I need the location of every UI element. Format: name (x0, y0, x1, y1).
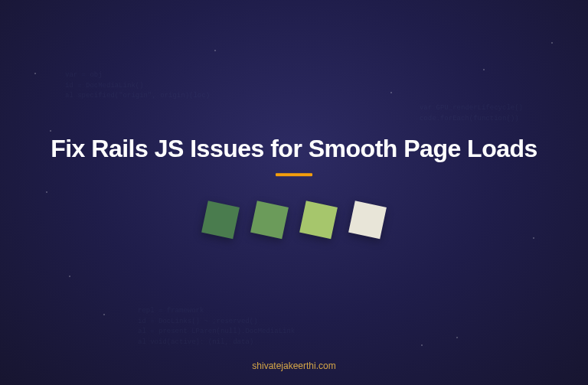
page-title: Fix Rails JS Issues for Smooth Page Load… (31, 133, 557, 164)
bg-particle (103, 314, 105, 315)
bg-particle (34, 73, 36, 74)
bg-particle (551, 42, 553, 44)
background-code-snippet: var = obj id = DocMediaLink() al specifi… (65, 70, 210, 102)
bg-particle (390, 92, 392, 93)
background-code-snippet: var GPU_renderLifecycle() code.forEach(f… (420, 103, 523, 124)
decorative-squares (31, 204, 557, 236)
bg-particle (533, 237, 534, 239)
decorative-square (299, 201, 338, 239)
bg-particle (456, 337, 458, 338)
decorative-square (348, 201, 387, 239)
decorative-square (250, 201, 289, 239)
bg-particle (214, 50, 216, 51)
bg-particle (483, 69, 485, 70)
title-underline (276, 173, 312, 176)
bg-particle (50, 130, 51, 132)
background-code-snippet: repl = framework id = DocLinks() ~ ;rese… (138, 306, 295, 347)
footer-site-name: shivatejakeerthi.com (252, 361, 335, 371)
bg-particle (69, 276, 70, 277)
decorative-square (201, 201, 240, 239)
hero-content: Fix Rails JS Issues for Smooth Page Load… (0, 133, 588, 236)
bg-particle (421, 344, 423, 346)
